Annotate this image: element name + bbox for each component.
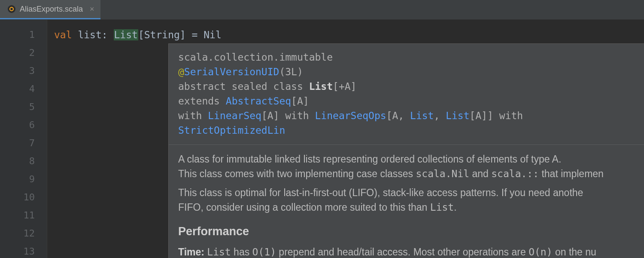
line-number[interactable]: 1 — [0, 26, 47, 44]
code-area[interactable]: val list: List[String] = Nil scala.colle… — [47, 20, 644, 258]
annotation-at: @ — [178, 66, 184, 77]
doc-paragraph: This class is optimal for last-in-first-… — [178, 185, 635, 215]
line-number[interactable]: 4 — [0, 80, 47, 98]
doc-package: scala.collection.immutable — [178, 52, 333, 63]
scala-file-icon — [8, 5, 15, 13]
code-line[interactable]: val list: List[String] = Nil — [47, 26, 644, 44]
doc-text: FIFO, consider using a collection more s… — [178, 202, 430, 213]
doc-text: that implemen — [539, 168, 604, 179]
sig-classname: List — [309, 81, 333, 92]
annotation-link[interactable]: SerialVersionUID — [184, 66, 279, 77]
editor: 1 2 3 4 5 6 7 8 9 10 11 12 13 val list: … — [0, 20, 644, 258]
doc-code: List — [430, 202, 454, 213]
link-list[interactable]: List — [410, 110, 434, 121]
doc-code: scala.Nil — [416, 168, 469, 179]
sig-extends: extends — [178, 95, 226, 107]
line-number[interactable]: 12 — [0, 224, 47, 243]
line-number[interactable]: 3 — [0, 62, 47, 80]
sig-modifiers: abstract sealed class — [178, 81, 309, 92]
link-linearseqops[interactable]: LinearSeqOps — [315, 110, 386, 121]
colon: : — [102, 29, 114, 40]
close-icon[interactable]: × — [90, 5, 94, 14]
gutter: 1 2 3 4 5 6 7 8 9 10 11 12 13 — [0, 20, 47, 258]
doc-paragraph: A class for immutable linked lists repre… — [178, 152, 635, 181]
line-number[interactable]: 10 — [0, 188, 47, 206]
doc-body: A class for immutable linked lists repre… — [169, 145, 644, 258]
equals: = — [186, 29, 204, 40]
link-strictoptimized[interactable]: StrictOptimizedLin — [178, 125, 285, 136]
sig-txt: [A, — [386, 110, 410, 121]
line-number[interactable]: 13 — [0, 243, 47, 258]
doc-time-label: Time: — [178, 246, 204, 258]
tab-filename: AliasExports.scala — [20, 5, 83, 14]
type-params: [String] — [138, 29, 186, 40]
doc-text: This class is optimal for last-in-first-… — [178, 187, 583, 198]
line-number[interactable]: 8 — [0, 152, 47, 170]
doc-code: List — [207, 246, 231, 258]
link-linearseq[interactable]: LinearSeq — [208, 110, 261, 121]
sig-post: [A] — [291, 95, 309, 107]
annotation-args: (3L) — [279, 66, 303, 77]
doc-heading-performance: Performance — [178, 224, 635, 239]
line-number[interactable]: 7 — [0, 134, 47, 152]
doc-text: on the nu — [553, 246, 596, 258]
doc-code: O(n) — [529, 246, 552, 258]
keyword-val: val — [54, 29, 72, 40]
sig-txt: [A] with — [261, 110, 315, 121]
doc-paragraph: Time: List has O(1) prepend and head/tai… — [178, 245, 635, 258]
doc-text: prepend and head/tail access. Most other… — [276, 246, 529, 258]
identifier: list — [72, 29, 102, 40]
line-number[interactable]: 2 — [0, 44, 47, 62]
doc-text: and — [469, 168, 491, 179]
line-number[interactable]: 11 — [0, 206, 47, 224]
doc-text: A class for immutable linked lists repre… — [178, 154, 561, 165]
nil-literal: Nil — [204, 29, 222, 40]
link-list[interactable]: List — [446, 110, 469, 121]
line-number[interactable]: 6 — [0, 116, 47, 134]
link-abstractseq[interactable]: AbstractSeq — [226, 95, 291, 107]
doc-text: This class comes with two implementing c… — [178, 168, 416, 179]
sig-txt: [A]] with — [470, 110, 529, 121]
type-list-highlighted: List — [114, 29, 138, 40]
file-tab[interactable]: AliasExports.scala × — [0, 0, 100, 19]
documentation-popup[interactable]: scala.collection.immutable @SerialVersio… — [168, 43, 644, 258]
line-number[interactable]: 9 — [0, 170, 47, 188]
doc-code: O(1) — [252, 246, 276, 258]
line-number[interactable]: 5 — [0, 98, 47, 116]
doc-signature: scala.collection.immutable @SerialVersio… — [169, 44, 644, 145]
doc-text: . — [454, 202, 456, 213]
sig-with: with — [178, 110, 208, 121]
sig-typeparams: [+A] — [333, 81, 356, 92]
doc-code: scala.:: — [491, 168, 539, 179]
doc-text: has — [231, 246, 252, 258]
tab-bar: AliasExports.scala × — [0, 0, 644, 20]
sig-txt: , — [434, 110, 446, 121]
